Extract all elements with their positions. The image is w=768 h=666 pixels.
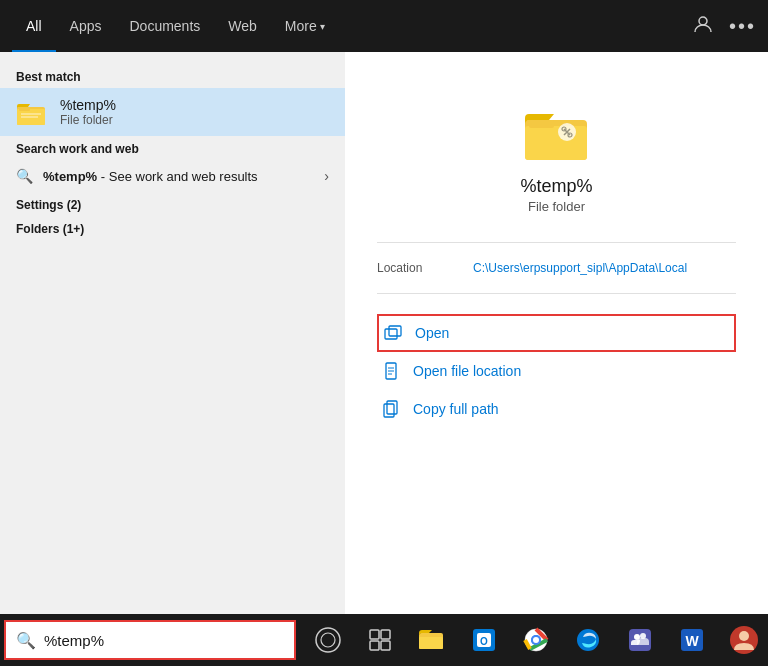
copy-full-path-icon — [381, 399, 401, 419]
folder-icon — [16, 96, 48, 128]
detail-title: %temp% — [520, 176, 592, 197]
svg-point-0 — [699, 17, 707, 25]
location-value[interactable]: C:\Users\erpsupport_sipl\AppData\Local — [473, 261, 687, 275]
open-file-location-label: Open file location — [413, 363, 521, 379]
svg-point-38 — [634, 634, 640, 640]
person-icon[interactable] — [693, 14, 713, 39]
svg-rect-13 — [389, 326, 401, 336]
left-panel: Best match %temp% File folder Search — [0, 52, 345, 614]
chevron-down-icon: ▾ — [320, 21, 325, 32]
tab-all-label: All — [26, 18, 42, 34]
search-work-text: %temp% - See work and web results — [43, 169, 314, 184]
taskbar-search-text: %temp% — [44, 632, 104, 649]
best-match-item[interactable]: %temp% File folder — [0, 88, 345, 136]
taskbar: 🔍 %temp% — [0, 614, 768, 666]
svg-rect-19 — [387, 401, 397, 414]
chrome-icon[interactable] — [512, 614, 560, 666]
svg-rect-22 — [370, 630, 379, 639]
open-file-location-icon — [381, 361, 401, 381]
cortana-icon[interactable] — [304, 614, 352, 666]
tab-web-label: Web — [228, 18, 257, 34]
word-icon[interactable]: W — [668, 614, 716, 666]
folders-label: Folders (1+) — [0, 216, 345, 240]
search-suffix: - See work and web results — [101, 169, 258, 184]
taskbar-search-icon: 🔍 — [16, 631, 36, 650]
divider-2 — [377, 293, 736, 294]
tab-documents[interactable]: Documents — [115, 0, 214, 52]
taskbar-icons: O — [304, 614, 768, 666]
svg-rect-18 — [384, 404, 394, 417]
svg-point-21 — [321, 633, 335, 647]
divider — [377, 242, 736, 243]
svg-point-34 — [533, 637, 539, 643]
tab-apps[interactable]: Apps — [56, 0, 116, 52]
more-dots-icon[interactable]: ••• — [729, 15, 756, 38]
svg-rect-12 — [385, 329, 397, 339]
detail-folder-icon — [521, 96, 593, 168]
search-work-label: Search work and web — [0, 136, 345, 160]
avatar-icon[interactable] — [720, 614, 768, 666]
tab-all[interactable]: All — [12, 0, 56, 52]
svg-rect-27 — [419, 637, 443, 649]
search-query: %temp% — [43, 169, 97, 184]
tab-more-label: More — [285, 18, 317, 34]
search-icon: 🔍 — [16, 168, 33, 184]
tab-apps-label: Apps — [70, 18, 102, 34]
tab-documents-label: Documents — [129, 18, 200, 34]
best-match-text: %temp% File folder — [60, 97, 329, 127]
svg-rect-7 — [525, 126, 587, 160]
action-list: Open Open file location — [377, 314, 736, 428]
open-icon — [383, 323, 403, 343]
svg-rect-3 — [19, 107, 30, 111]
tab-web[interactable]: Web — [214, 0, 271, 52]
copy-full-path-action[interactable]: Copy full path — [377, 390, 736, 428]
result-subtitle: File folder — [60, 113, 329, 127]
open-label: Open — [415, 325, 449, 341]
best-match-label: Best match — [0, 64, 345, 88]
svg-point-42 — [739, 631, 749, 641]
task-view-icon[interactable] — [356, 614, 404, 666]
open-action[interactable]: Open — [377, 314, 736, 352]
main-content: Best match %temp% File folder Search — [0, 52, 768, 614]
detail-subtitle: File folder — [528, 199, 585, 214]
nav-right-icons: ••• — [693, 14, 756, 39]
file-explorer-icon[interactable] — [408, 614, 456, 666]
location-label: Location — [377, 261, 457, 275]
location-row: Location C:\Users\erpsupport_sipl\AppDat… — [377, 255, 736, 281]
settings-label: Settings (2) — [0, 192, 345, 216]
open-file-location-action[interactable]: Open file location — [377, 352, 736, 390]
detail-icon-area: %temp% File folder — [377, 76, 736, 230]
copy-full-path-label: Copy full path — [413, 401, 499, 417]
svg-rect-25 — [381, 641, 390, 650]
svg-text:O: O — [480, 636, 488, 647]
svg-rect-8 — [529, 120, 554, 128]
right-panel: %temp% File folder Location C:\Users\erp… — [345, 52, 768, 614]
svg-text:W: W — [685, 633, 699, 649]
top-navigation: All Apps Documents Web More ▾ ••• — [0, 0, 768, 52]
svg-point-20 — [316, 628, 340, 652]
svg-rect-24 — [370, 641, 379, 650]
chevron-right-icon: › — [324, 168, 329, 184]
taskbar-search-box[interactable]: 🔍 %temp% — [4, 620, 296, 660]
svg-rect-23 — [381, 630, 390, 639]
search-work-item[interactable]: 🔍 %temp% - See work and web results › — [0, 160, 345, 192]
teams-icon[interactable] — [616, 614, 664, 666]
tab-more[interactable]: More ▾ — [271, 0, 339, 52]
result-name: %temp% — [60, 97, 329, 113]
outlook-icon[interactable]: O — [460, 614, 508, 666]
edge-icon[interactable] — [564, 614, 612, 666]
